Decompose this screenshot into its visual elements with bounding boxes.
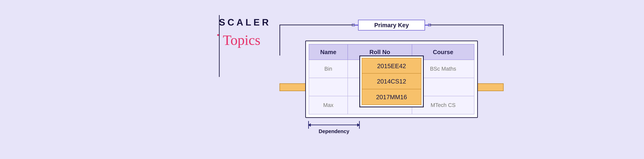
logo-line-2: Topics (223, 35, 273, 45)
measure-tick-icon (359, 121, 360, 129)
logo-line-1: SCALER (219, 18, 273, 27)
connector-line (425, 24, 429, 26)
dependency-arrow-icon (308, 124, 360, 125)
logo-dot-icon (217, 34, 219, 36)
primary-key-label: Primary Key (358, 20, 425, 30)
pk-cell: 2015EE42 (362, 58, 422, 74)
pk-cell: 2017MM16 (362, 89, 422, 105)
cell-name: Bin (309, 60, 348, 78)
connector-line (354, 24, 358, 26)
cell-name: Max (309, 96, 348, 114)
pk-cell: 2014CS12 (362, 74, 422, 89)
col-header-name: Name (309, 44, 348, 60)
dependency-label: Dependency (308, 128, 360, 134)
primary-key-column-overlay: 2015EE42 2014CS12 2017MM16 (359, 56, 424, 107)
wire-line (219, 46, 220, 77)
scaler-topics-logo: SCALER Topics (219, 18, 273, 45)
cell-name (309, 78, 348, 96)
